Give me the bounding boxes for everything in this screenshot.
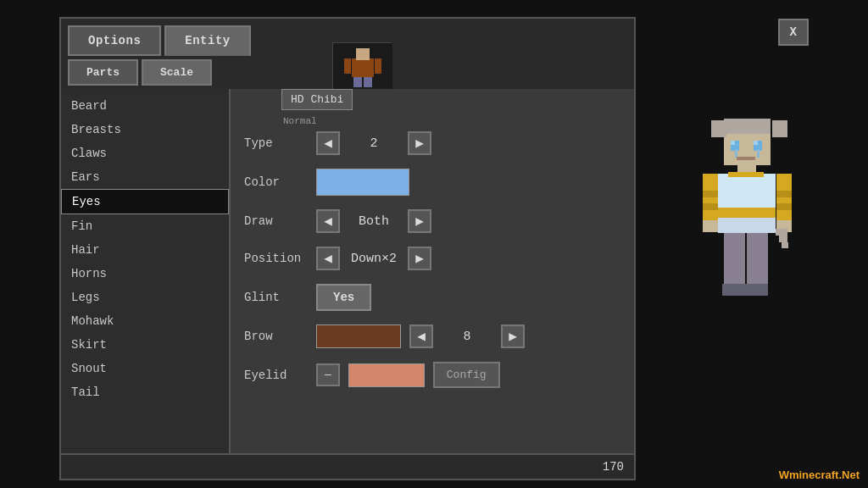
list-item-legs[interactable]: Legs <box>61 286 229 309</box>
svg-rect-6 <box>375 58 381 74</box>
list-item-snout[interactable]: Snout <box>61 357 229 380</box>
svg-rect-38 <box>728 172 764 177</box>
glint-label: Glint <box>244 291 308 304</box>
list-item-skirt[interactable]: Skirt <box>61 333 229 357</box>
tab-entity[interactable]: Entity <box>164 25 250 56</box>
draw-prev-button[interactable]: ◀ <box>316 209 340 233</box>
character-model <box>694 106 804 385</box>
svg-rect-5 <box>344 58 351 74</box>
svg-rect-21 <box>718 208 776 218</box>
position-value: Down×2 <box>348 252 399 266</box>
character-thumbnail <box>332 42 392 89</box>
eyelid-swatch[interactable] <box>348 363 425 387</box>
type-value: 2 <box>348 136 399 151</box>
brow-prev-button[interactable]: ◀ <box>409 324 433 348</box>
list-item-tail[interactable]: Tail <box>61 380 229 404</box>
svg-rect-22 <box>718 218 776 233</box>
height-value: 170 <box>603 460 624 474</box>
brow-next-button[interactable]: ▶ <box>501 324 525 348</box>
svg-rect-2 <box>356 48 370 60</box>
svg-rect-25 <box>703 203 718 210</box>
tab-options[interactable]: Options <box>68 25 161 56</box>
list-item-claws[interactable]: Claws <box>61 141 229 165</box>
draw-next-button[interactable]: ▶ <box>408 209 431 233</box>
brow-swatch[interactable] <box>316 324 401 348</box>
svg-rect-26 <box>703 220 718 232</box>
config-panel: HD Chibi Normal Type ◀ 2 ▶ Color Draw ◀ … <box>231 89 634 453</box>
type-row: Type ◀ 2 ▶ <box>244 131 620 155</box>
svg-rect-16 <box>735 149 737 158</box>
watermark: Wminecraft.Net <box>779 469 860 481</box>
svg-rect-4 <box>364 77 372 87</box>
svg-rect-3 <box>353 77 362 87</box>
list-item-eyes[interactable]: Eyes <box>61 189 229 214</box>
svg-rect-10 <box>711 120 726 137</box>
color-label: Color <box>244 175 308 189</box>
type-prev-button[interactable]: ◀ <box>316 131 340 155</box>
list-item-mohawk[interactable]: Mohawk <box>61 309 229 333</box>
list-item-breasts[interactable]: Breasts <box>61 118 229 141</box>
svg-rect-9 <box>724 119 771 134</box>
list-item-beard[interactable]: Beard <box>61 94 229 118</box>
color-row: Color <box>244 169 620 196</box>
glint-toggle-button[interactable]: Yes <box>316 284 371 311</box>
position-label: Position <box>244 252 308 265</box>
svg-rect-18 <box>737 157 755 160</box>
character-model-area <box>682 85 817 407</box>
color-swatch[interactable] <box>316 169 409 196</box>
parts-list: Beard Breasts Claws Ears Eyes Fin Hair H… <box>61 89 231 453</box>
bottom-bar: 170 <box>61 453 634 479</box>
sub-tab-scale[interactable]: Scale <box>142 59 212 86</box>
svg-rect-33 <box>722 284 745 296</box>
close-button[interactable]: X <box>778 19 809 46</box>
svg-rect-28 <box>776 191 792 197</box>
eyelid-row: Eyelid — Config <box>244 362 620 388</box>
list-item-horns[interactable]: Horns <box>61 262 229 286</box>
position-row: Position ◀ Down×2 ▶ <box>244 247 620 270</box>
brow-label: Brow <box>244 330 308 343</box>
eyelid-label: Eyelid <box>244 369 308 382</box>
top-tabs-bar: Options Entity <box>61 19 634 56</box>
draw-value: Both <box>348 214 399 229</box>
svg-rect-29 <box>776 203 792 210</box>
svg-rect-31 <box>724 233 745 284</box>
list-item-hair[interactable]: Hair <box>61 238 229 262</box>
svg-rect-1 <box>352 58 374 77</box>
svg-rect-36 <box>779 236 787 242</box>
svg-rect-37 <box>782 242 788 248</box>
type-next-button[interactable]: ▶ <box>408 131 431 155</box>
main-panel: Options Entity Parts Scale <box>59 17 636 480</box>
list-item-fin[interactable]: Fin <box>61 214 229 238</box>
svg-rect-15 <box>754 141 758 145</box>
svg-rect-17 <box>757 149 760 158</box>
eyelid-minus-button[interactable]: — <box>316 363 340 386</box>
position-prev-button[interactable]: ◀ <box>316 247 340 270</box>
svg-rect-35 <box>776 229 787 236</box>
normal-label: Normal <box>283 116 317 126</box>
content-area: Beard Breasts Claws Ears Eyes Fin Hair H… <box>61 89 634 453</box>
svg-rect-34 <box>745 284 768 296</box>
svg-rect-32 <box>747 233 768 284</box>
glint-row: Glint Yes <box>244 284 620 311</box>
svg-rect-11 <box>772 120 787 137</box>
svg-rect-24 <box>703 191 718 197</box>
position-next-button[interactable]: ▶ <box>408 247 431 270</box>
svg-rect-14 <box>731 141 735 145</box>
list-item-ears[interactable]: Ears <box>61 165 229 189</box>
sub-tab-parts[interactable]: Parts <box>68 59 138 86</box>
hd-chibi-tooltip: HD Chibi <box>281 89 353 110</box>
draw-label: Draw <box>244 214 308 228</box>
brow-row: Brow ◀ 8 ▶ <box>244 324 620 348</box>
brow-value: 8 <box>442 330 492 344</box>
config-button[interactable]: Config <box>433 362 500 388</box>
type-label: Type <box>244 136 308 150</box>
draw-row: Draw ◀ Both ▶ <box>244 209 620 233</box>
